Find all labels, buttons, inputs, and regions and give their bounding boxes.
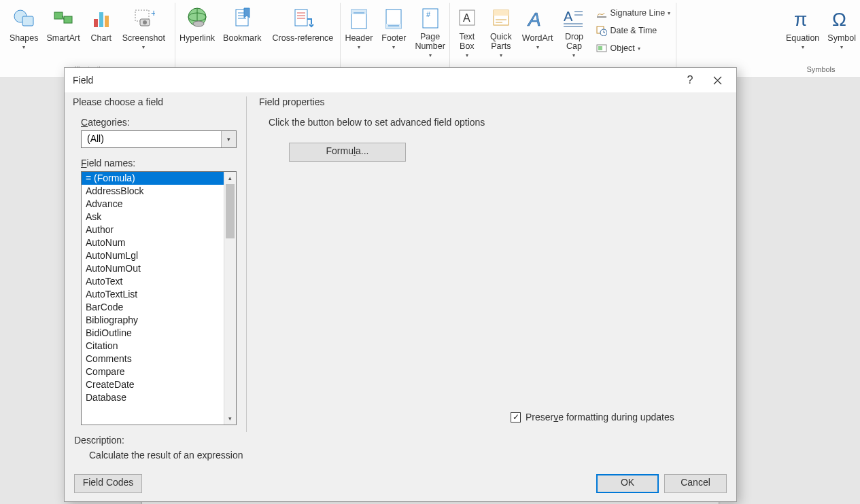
- scroll-up-icon[interactable]: ▴: [224, 172, 236, 184]
- datetime-label: Date & Time: [610, 26, 657, 35]
- textbox-button[interactable]: A Text Box ▾: [450, 3, 484, 60]
- scrollbar[interactable]: ▴ ▾: [224, 172, 236, 425]
- list-item[interactable]: = (Formula): [82, 172, 224, 185]
- list-item[interactable]: Advance: [82, 198, 224, 211]
- footer-button[interactable]: Footer ▾: [377, 3, 411, 60]
- smartart-label: SmartArt: [46, 33, 80, 43]
- dropcap-button[interactable]: A Drop Cap ▾: [557, 3, 591, 60]
- choose-field-panel: Please choose a field Categories: (All) …: [73, 96, 247, 432]
- chart-label: Chart: [90, 33, 111, 43]
- list-item[interactable]: Compare: [82, 365, 224, 378]
- scroll-thumb[interactable]: [226, 184, 235, 238]
- list-item[interactable]: AutoTextList: [82, 288, 224, 301]
- header-button[interactable]: Header ▾: [341, 3, 377, 60]
- screenshot-icon: +: [132, 5, 155, 32]
- chevron-down-icon: ▾: [429, 52, 432, 58]
- chevron-down-icon: ▾: [668, 10, 670, 16]
- list-item[interactable]: Bibliography: [82, 314, 224, 327]
- svg-text:π: π: [794, 9, 807, 30]
- screenshot-button[interactable]: + Screenshot ▾: [118, 3, 169, 60]
- footer-label: Footer: [381, 33, 406, 43]
- ribbon: Shapes ▾ SmartArt Chart + Screenshot: [0, 0, 860, 78]
- list-item[interactable]: Comments: [82, 353, 224, 365]
- symbol-button[interactable]: Ω Symbol ▾: [823, 3, 860, 60]
- list-item[interactable]: Author: [82, 223, 224, 236]
- smartart-icon: [52, 5, 75, 32]
- list-item[interactable]: BidiOutline: [82, 327, 224, 340]
- svg-rect-5: [99, 12, 103, 27]
- quickparts-icon: [491, 5, 511, 31]
- equation-label: Equation: [786, 33, 819, 43]
- symbol-icon: Ω: [830, 5, 853, 32]
- list-item[interactable]: AutoNumLgl: [82, 249, 224, 262]
- chevron-down-icon[interactable]: ▾: [221, 131, 236, 147]
- chart-button[interactable]: Chart: [84, 3, 118, 60]
- pagenumber-icon: #: [420, 5, 441, 31]
- crossref-icon: [291, 5, 314, 32]
- equation-button[interactable]: π Equation ▾: [782, 3, 823, 60]
- svg-rect-17: [351, 10, 366, 14]
- hyperlink-icon: [185, 5, 209, 32]
- object-icon: [596, 43, 607, 54]
- list-item[interactable]: CreateDate: [82, 378, 224, 391]
- preserve-checkbox[interactable]: ✓: [511, 412, 521, 422]
- ok-button[interactable]: OK: [596, 474, 659, 493]
- chevron-down-icon: ▾: [572, 52, 575, 58]
- shapes-button[interactable]: Shapes ▾: [5, 3, 42, 60]
- list-item[interactable]: BarCode: [82, 301, 224, 314]
- pagenumber-button[interactable]: # Page Number ▾: [411, 3, 449, 60]
- signature-icon: [596, 7, 607, 18]
- help-button[interactable]: ?: [676, 70, 704, 90]
- choose-field-heading: Please choose a field: [73, 96, 237, 107]
- smartart-button[interactable]: SmartArt: [42, 3, 84, 60]
- close-icon: [713, 76, 722, 85]
- field-properties-panel: Field properties Click the button below …: [247, 96, 728, 432]
- bookmark-icon: [230, 5, 254, 32]
- list-item[interactable]: AutoText: [82, 275, 224, 288]
- hyperlink-button[interactable]: Hyperlink: [175, 3, 219, 60]
- list-item[interactable]: Ask: [82, 211, 224, 223]
- object-button[interactable]: Object ▾: [594, 39, 673, 57]
- textbox-icon: A: [457, 5, 477, 31]
- svg-rect-4: [94, 19, 98, 27]
- chevron-down-icon: ▾: [500, 52, 502, 58]
- list-item[interactable]: AddressBlock: [82, 185, 224, 198]
- datetime-button[interactable]: Date & Time: [594, 22, 673, 39]
- group-links: Hyperlink Bookmark Cross-reference: [175, 3, 341, 75]
- fieldnames-label: Field names:: [81, 158, 237, 168]
- list-item[interactable]: Database: [82, 391, 224, 404]
- preserve-label[interactable]: Preserve formatting during updates: [526, 412, 674, 422]
- svg-rect-1: [22, 16, 33, 26]
- crossref-button[interactable]: Cross-reference: [265, 3, 340, 60]
- field-codes-button[interactable]: Field Codes: [74, 474, 142, 493]
- close-button[interactable]: [704, 70, 731, 90]
- svg-rect-15: [295, 10, 307, 26]
- svg-rect-2: [54, 12, 63, 19]
- list-item[interactable]: AutoNum: [82, 236, 224, 249]
- group-symbols: π Equation ▾ Ω Symbol ▾ Symbols: [782, 3, 860, 75]
- chevron-down-icon: ▾: [358, 44, 360, 50]
- fieldnames-list[interactable]: = (Formula)AddressBlockAdvanceAskAuthorA…: [81, 171, 237, 425]
- signatureline-button[interactable]: Signature Line ▾: [594, 4, 673, 22]
- footer-icon: [383, 5, 404, 32]
- chevron-down-icon: ▾: [536, 44, 539, 50]
- chevron-down-icon: ▾: [840, 44, 843, 50]
- svg-text:A: A: [463, 12, 470, 24]
- cancel-button[interactable]: Cancel: [664, 474, 727, 493]
- wordart-button[interactable]: A WordArt ▾: [518, 3, 557, 60]
- symbol-label: Symbol: [827, 33, 856, 43]
- categories-combo[interactable]: (All) ▾: [81, 130, 237, 148]
- scroll-down-icon[interactable]: ▾: [224, 412, 236, 425]
- textbox-label: Text Box: [459, 32, 475, 51]
- bookmark-button[interactable]: Bookmark: [219, 3, 265, 60]
- svg-rect-25: [494, 10, 509, 16]
- quickparts-button[interactable]: Quick Parts ▾: [484, 3, 518, 60]
- svg-text:#: #: [426, 10, 431, 18]
- list-item[interactable]: Citation: [82, 340, 224, 353]
- dialog-bottom: Description: Calculate the result of an …: [65, 432, 736, 501]
- list-item[interactable]: AutoNumOut: [82, 262, 224, 275]
- formula-button[interactable]: Formula...: [289, 143, 406, 162]
- wordart-icon: A: [526, 5, 549, 32]
- chevron-down-icon: ▾: [638, 46, 640, 52]
- chevron-down-icon: ▾: [22, 44, 25, 50]
